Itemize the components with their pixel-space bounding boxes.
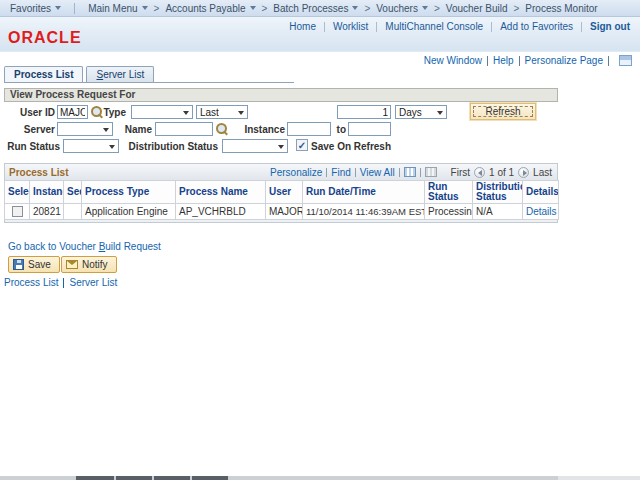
server-dropdown[interactable] (57, 122, 113, 136)
server-label: Server (8, 124, 55, 135)
user-id-label: User ID (8, 107, 55, 118)
cell-instance: 20821 (30, 204, 64, 220)
chevron-down-icon (352, 6, 358, 10)
find-link[interactable]: Find (331, 167, 350, 178)
col-select: Select (5, 181, 30, 204)
run-status-dropdown[interactable] (63, 139, 119, 153)
divider (326, 168, 327, 177)
grid-title: Process List (9, 167, 68, 178)
refresh-button[interactable]: Refresh (470, 103, 536, 120)
tab-process-list[interactable]: Process List (4, 66, 83, 82)
tab-bar: Process List Server List (4, 66, 294, 83)
instance-from-input[interactable] (287, 122, 331, 136)
save-disk-icon (13, 259, 24, 270)
cell-run-datetime: 11/10/2014 11:46:39AM EST (303, 204, 425, 220)
home-link[interactable]: Home (289, 21, 316, 32)
breadcrumb-main-menu[interactable]: Main Menu (84, 3, 151, 14)
process-list-table: Select Instance Seq. Process Type Proces… (4, 180, 559, 220)
name-label: Name (108, 124, 152, 135)
next-page-icon[interactable] (518, 167, 529, 178)
cell-run-status: Processing (425, 204, 473, 220)
bottom-link-process-list[interactable]: Process List (4, 277, 58, 288)
breadcrumb-separator: > (364, 3, 370, 14)
breadcrumb-separator: > (154, 3, 160, 14)
col-instance: Instance (30, 181, 64, 204)
envelope-icon (66, 260, 78, 269)
col-user: User (266, 181, 303, 204)
group-box-title: View Process Request For (4, 88, 558, 102)
tab-server-list[interactable]: Server List (86, 66, 154, 82)
chevron-down-icon (142, 6, 148, 10)
pager-page-info: 1 of 1 (489, 167, 514, 178)
divider (63, 278, 64, 288)
go-back-link[interactable]: Go back to Voucher Build Request (8, 241, 161, 252)
days-count-input[interactable] (337, 105, 391, 119)
breadcrumb-vouchers[interactable]: Vouchers (372, 3, 432, 14)
type-dropdown[interactable] (131, 105, 193, 119)
worklist-link[interactable]: Worklist (333, 21, 368, 32)
col-process-type: Process Type (82, 181, 176, 204)
bottom-link-server-list[interactable]: Server List (69, 277, 117, 288)
distribution-status-label: Distribution Status (118, 141, 218, 152)
multichannel-console-link[interactable]: MultiChannel Console (385, 21, 483, 32)
sign-out-link[interactable]: Sign out (590, 21, 630, 32)
download-grid-icon[interactable] (404, 167, 416, 177)
col-process-name: Process Name (176, 181, 266, 204)
name-input[interactable] (155, 122, 213, 136)
breadcrumb: Favorites Main Menu > Accounts Payable >… (0, 0, 640, 17)
save-button[interactable]: Save (8, 256, 60, 273)
divider (581, 22, 582, 32)
view-all-link[interactable]: View All (360, 167, 395, 178)
help-link[interactable]: Help (493, 55, 514, 66)
chevron-down-icon (422, 6, 428, 10)
cell-distribution-status: N/A (473, 204, 523, 220)
previous-page-icon[interactable] (474, 167, 485, 178)
save-on-refresh-checkbox[interactable]: ✓ (296, 139, 308, 151)
page-toolbar: New Window Help Personalize Page (424, 55, 632, 66)
col-run-status: Run Status (425, 181, 473, 204)
pager-last-label[interactable]: Last (533, 167, 552, 178)
grid-header-bar: Process List Personalize Find View All F… (4, 163, 558, 180)
new-window-link[interactable]: New Window (424, 55, 482, 66)
chevron-down-icon (55, 6, 61, 10)
chevron-down-icon (250, 6, 256, 10)
notify-button[interactable]: Notify (61, 256, 117, 273)
details-link[interactable]: Details (526, 206, 557, 217)
cell-details: Details (523, 204, 559, 220)
pager-first-label[interactable]: First (451, 167, 470, 178)
divider (399, 168, 400, 177)
instance-to-input[interactable] (348, 122, 391, 136)
grid-pager: First 1 of 1 Last (451, 167, 552, 178)
breadcrumb-batch-processes[interactable]: Batch Processes (269, 3, 362, 14)
distribution-status-dropdown[interactable] (222, 139, 288, 153)
page-layout-icon[interactable] (619, 55, 632, 66)
grid-toolbar: Personalize Find View All First 1 of 1 L… (270, 167, 552, 178)
breadcrumb-process-monitor[interactable]: Process Monitor (521, 3, 601, 14)
col-run-datetime: Run Date/Time (303, 181, 425, 204)
name-lookup-icon[interactable] (215, 122, 228, 135)
cell-process-type: Application Engine (82, 204, 176, 220)
add-to-favorites-link[interactable]: Add to Favorites (500, 21, 573, 32)
save-on-refresh-label: Save On Refresh (311, 141, 391, 152)
personalize-page-link[interactable]: Personalize Page (525, 55, 603, 66)
last-dropdown[interactable]: Last (196, 105, 248, 119)
divider (491, 22, 492, 32)
zoom-grid-icon[interactable] (425, 167, 437, 177)
row-select-checkbox[interactable] (12, 206, 23, 217)
divider (487, 56, 488, 66)
breadcrumb-accounts-payable[interactable]: Accounts Payable (161, 3, 259, 14)
divider (355, 168, 356, 177)
col-seq: Seq. (64, 181, 82, 204)
breadcrumb-voucher-build[interactable]: Voucher Build (442, 3, 512, 14)
check-icon: ✓ (298, 140, 306, 151)
instance-label: Instance (238, 124, 285, 135)
days-unit-dropdown[interactable]: Days (395, 105, 447, 119)
table-header-row: Select Instance Seq. Process Type Proces… (5, 181, 559, 204)
user-id-input[interactable] (57, 105, 88, 119)
favorites-menu[interactable]: Favorites (6, 3, 65, 14)
personalize-link[interactable]: Personalize (270, 167, 322, 178)
cell-select (5, 204, 30, 220)
grid-footer-strip (4, 220, 558, 223)
breadcrumb-separator: > (262, 3, 268, 14)
instance-to-label: to (334, 124, 346, 135)
